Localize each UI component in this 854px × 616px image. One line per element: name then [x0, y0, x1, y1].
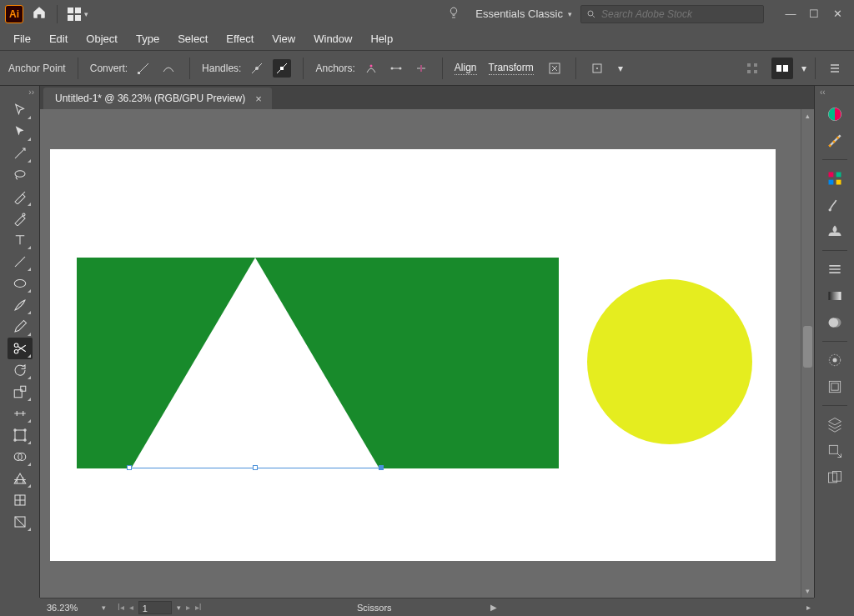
connect-anchor-button[interactable]	[387, 59, 405, 78]
expand-tools-button[interactable]: ››	[0, 88, 39, 99]
transparency-panel-button[interactable]	[822, 311, 847, 334]
context-label: Anchor Point	[8, 63, 66, 74]
menu-object[interactable]: Object	[78, 29, 126, 48]
shape-ellipse[interactable]	[587, 279, 752, 444]
paintbrush-tool[interactable]	[8, 294, 33, 316]
stock-search-input[interactable]	[601, 8, 758, 20]
close-tab-button[interactable]: ×	[255, 93, 262, 105]
line-tool[interactable]	[8, 251, 33, 273]
anchor-point[interactable]	[127, 465, 132, 470]
vertical-scrollbar[interactable]: ▴ ▾	[801, 109, 814, 598]
chevron-down-icon: ▾	[84, 10, 88, 18]
perspective-grid-tool[interactable]	[8, 468, 33, 489]
align-to-button[interactable]	[588, 59, 606, 78]
svg-point-19	[14, 343, 18, 348]
gradient-panel-button[interactable]	[822, 284, 847, 308]
menu-view[interactable]: View	[264, 29, 304, 48]
artboards-panel-button[interactable]	[822, 466, 847, 489]
type-tool[interactable]	[8, 229, 33, 251]
width-tool[interactable]	[8, 403, 33, 424]
cut-anchor-button[interactable]	[412, 59, 430, 78]
workspace-switcher[interactable]: Essentials Classic ▾	[475, 8, 572, 20]
remove-anchor-button[interactable]	[362, 59, 380, 78]
shape-cutout-triangle[interactable]	[130, 258, 380, 470]
appearance-panel-button[interactable]	[822, 348, 847, 372]
curvature-tool[interactable]	[8, 208, 33, 229]
chevron-down-icon[interactable]: ▾	[177, 603, 181, 612]
first-artboard-button[interactable]: I◂	[118, 603, 124, 612]
menu-window[interactable]: Window	[305, 29, 360, 48]
gradient-tool[interactable]	[8, 511, 33, 533]
scroll-thumb[interactable]	[803, 326, 812, 368]
pencil-tool[interactable]	[8, 316, 33, 338]
next-artboard-button[interactable]: ▸	[186, 603, 190, 612]
symbols-panel-button[interactable]	[822, 220, 847, 243]
color-guide-panel-button[interactable]	[822, 129, 847, 153]
panel-menu-button[interactable]	[824, 58, 846, 79]
menu-type[interactable]: Type	[128, 29, 168, 48]
svg-rect-11	[754, 63, 757, 67]
scroll-up-button[interactable]: ▴	[801, 109, 814, 123]
discover-button[interactable]	[447, 6, 460, 22]
menu-effect[interactable]: Effect	[218, 29, 262, 48]
free-transform-tool[interactable]	[8, 424, 33, 446]
svg-point-0	[588, 11, 593, 16]
graphic-styles-panel-button[interactable]	[822, 375, 847, 398]
transform-panel-link[interactable]: Transform	[489, 62, 534, 75]
menu-file[interactable]: File	[5, 29, 39, 48]
document-tab[interactable]: Untitled-1* @ 36.23% (RGB/GPU Preview) ×	[43, 88, 272, 109]
color-panel-button[interactable]	[822, 103, 847, 126]
show-handles-button[interactable]	[248, 59, 266, 78]
isolate-button[interactable]	[545, 59, 564, 78]
scale-tool[interactable]	[8, 381, 33, 403]
asset-export-panel-button[interactable]	[822, 439, 847, 463]
maximize-button[interactable]: ☐	[802, 5, 826, 23]
stock-search[interactable]	[580, 5, 764, 23]
zoom-level[interactable]: 36.23%	[47, 603, 95, 613]
arrange-documents-button[interactable]: ▾	[68, 8, 88, 21]
anchor-point-selected[interactable]	[379, 465, 384, 470]
prev-artboard-button[interactable]: ◂	[129, 603, 133, 612]
magic-wand-tool[interactable]	[8, 143, 33, 164]
direct-selection-tool[interactable]	[8, 121, 33, 143]
convert-corner-button[interactable]	[134, 59, 153, 78]
artboard[interactable]	[50, 149, 776, 561]
chevron-down-icon[interactable]: ▾	[102, 603, 106, 612]
menu-help[interactable]: Help	[362, 29, 401, 48]
document-tab-title: Untitled-1* @ 36.23% (RGB/GPU Preview)	[55, 93, 245, 104]
last-artboard-button[interactable]: ▸I	[195, 603, 202, 612]
mesh-tool[interactable]	[8, 489, 33, 511]
artboard-number[interactable]: 1	[138, 601, 172, 614]
stroke-panel-button[interactable]	[822, 258, 847, 281]
rotate-tool[interactable]	[8, 359, 33, 381]
scissors-tool[interactable]	[8, 338, 33, 359]
svg-point-4	[369, 64, 372, 67]
scroll-down-button[interactable]: ▾	[801, 584, 814, 598]
snap-options-button[interactable]	[771, 58, 793, 79]
menu-select[interactable]: Select	[169, 29, 216, 48]
menu-edit[interactable]: Edit	[41, 29, 76, 48]
canvas[interactable]: ▴ ▾	[40, 109, 814, 598]
lasso-tool[interactable]	[8, 164, 33, 186]
svg-rect-44	[831, 383, 837, 390]
ellipse-tool[interactable]	[8, 273, 33, 294]
brushes-panel-button[interactable]	[822, 193, 847, 217]
grid-options-button[interactable]	[741, 58, 763, 79]
pen-tool[interactable]	[8, 186, 33, 208]
align-panel-link[interactable]: Align	[455, 62, 477, 75]
anchor-point[interactable]	[253, 465, 258, 470]
convert-smooth-button[interactable]	[159, 59, 178, 78]
shape-builder-tool[interactable]	[8, 446, 33, 468]
minimize-button[interactable]: —	[779, 5, 802, 23]
status-menu-button[interactable]: ▶	[490, 603, 497, 612]
hide-handles-button[interactable]	[273, 59, 291, 78]
selection-tool[interactable]	[8, 99, 33, 121]
layers-panel-button[interactable]	[822, 413, 847, 436]
expand-panels-button[interactable]: ‹‹	[815, 88, 854, 99]
scroll-right-button[interactable]: ▸	[806, 603, 811, 612]
svg-point-17	[23, 213, 25, 216]
close-button[interactable]: ✕	[826, 5, 849, 23]
selected-path[interactable]	[129, 466, 381, 471]
home-button[interactable]	[32, 5, 47, 23]
swatches-panel-button[interactable]	[822, 167, 847, 190]
